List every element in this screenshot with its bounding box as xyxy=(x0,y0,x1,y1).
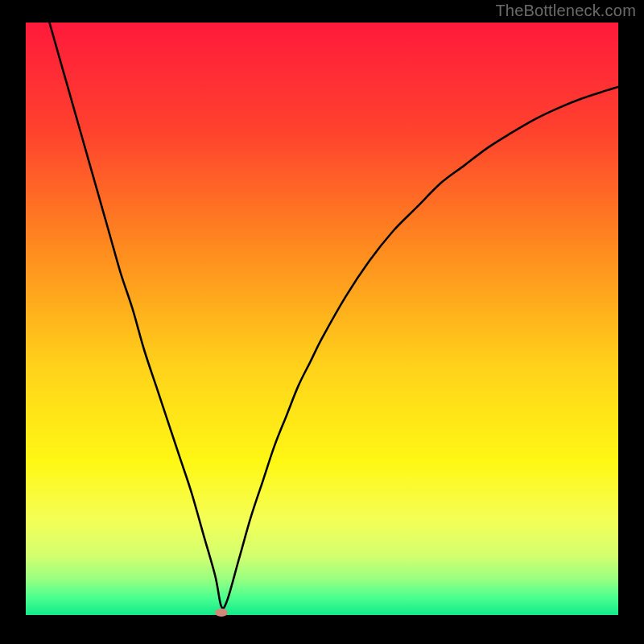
plot-area xyxy=(26,23,618,618)
bottleneck-curve xyxy=(26,23,618,618)
chart-frame: TheBottleneck.com xyxy=(0,0,644,644)
minimum-marker xyxy=(215,609,228,617)
watermark-text: TheBottleneck.com xyxy=(495,2,636,20)
